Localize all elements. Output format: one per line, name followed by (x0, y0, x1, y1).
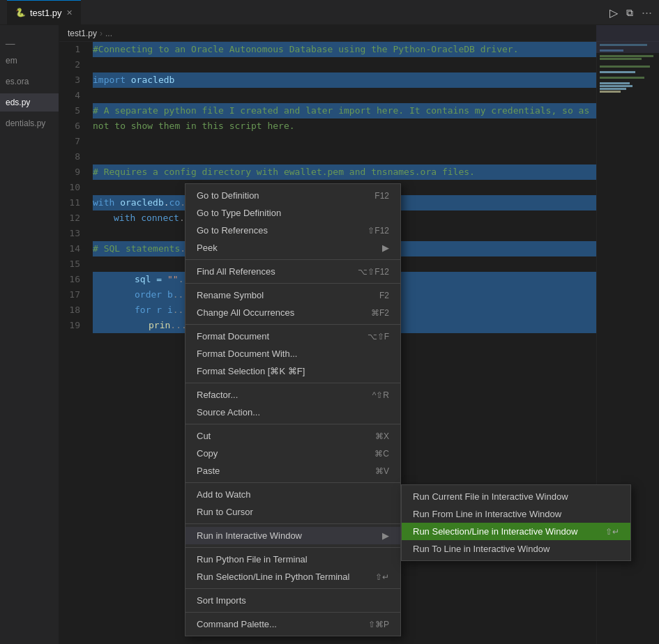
breadcrumb-separator: › (100, 29, 103, 38)
menu-sep-7 (185, 523, 400, 524)
menu-format-document-with[interactable]: Format Document With... (185, 345, 400, 362)
title-bar-actions: ▷ ⧉ ··· (609, 5, 652, 20)
submenu-run-to-line[interactable]: Run To Line in Interactive Window (402, 540, 630, 558)
menu-run-selection-python-terminal[interactable]: Run Selection/Line in Python Terminal ⇧↵ (185, 568, 400, 585)
menu-sort-imports[interactable]: Sort Imports (185, 592, 400, 609)
sidebar-item-3[interactable]: eds.py (0, 93, 59, 112)
active-tab[interactable]: 🐍 test1.py ✕ (7, 0, 81, 24)
tab-close-button[interactable]: ✕ (66, 8, 73, 17)
menu-go-to-references[interactable]: Go to References ⇧F12 (185, 222, 400, 239)
menu-add-to-watch[interactable]: Add to Watch (185, 486, 400, 503)
submenu-run-current-file[interactable]: Run Current File in Interactive Window (402, 488, 630, 505)
menu-refactor[interactable]: Refactor... ^⇧R (185, 386, 400, 404)
breadcrumb-file[interactable]: test1.py (68, 29, 97, 38)
menu-copy[interactable]: Copy ⌘C (185, 445, 400, 462)
menu-peek[interactable]: Peek ▶ (185, 239, 400, 256)
menu-sep-2 (185, 283, 400, 284)
menu-sep-4 (185, 383, 400, 383)
menu-sep-1 (185, 259, 400, 260)
code-line-1: #Connecting to an Oracle Autonomous Data… (93, 42, 596, 57)
menu-cut[interactable]: Cut ⌘X (185, 427, 400, 445)
tab-bar: 🐍 test1.py ✕ (7, 0, 81, 24)
menu-sep-9 (185, 588, 400, 589)
code-line-3: import oracledb (93, 72, 596, 88)
menu-source-action[interactable]: Source Action... (185, 404, 400, 421)
python-file-icon: 🐍 (15, 8, 26, 17)
menu-change-all-occurrences[interactable]: Change All Occurrences ⌘F2 (185, 304, 400, 321)
breadcrumb-more: ... (105, 29, 112, 38)
sidebar-item-4[interactable]: dentials.py (0, 114, 59, 132)
sidebar-item-0[interactable]: __ (0, 31, 59, 49)
menu-paste[interactable]: Paste ⌘V (185, 462, 400, 480)
menu-sep-10 (185, 612, 400, 613)
menu-sep-6 (185, 482, 400, 483)
menu-run-python-file[interactable]: Run Python File in Terminal (185, 551, 400, 568)
menu-run-in-interactive-window[interactable]: Run in Interactive Window ▶ (185, 527, 400, 544)
more-actions-button[interactable]: ··· (642, 5, 652, 20)
menu-sep-3 (185, 324, 400, 325)
menu-rename-symbol[interactable]: Rename Symbol F2 (185, 286, 400, 304)
menu-sep-8 (185, 547, 400, 548)
menu-go-to-type-definition[interactable]: Go to Type Definition (185, 204, 400, 222)
split-editor-button[interactable]: ⧉ (626, 6, 633, 18)
menu-go-to-definition[interactable]: Go to Definition F12 (185, 187, 400, 204)
code-line-9: # Requires a config directory with ewall… (93, 164, 596, 180)
run-button[interactable]: ▷ (609, 6, 618, 19)
title-bar: 🐍 test1.py ✕ ▷ ⧉ ··· (0, 0, 659, 25)
code-line-8 (93, 149, 596, 164)
menu-format-selection[interactable]: Format Selection [⌘K ⌘F] (185, 362, 400, 380)
menu-format-document[interactable]: Format Document ⌥⇧F (185, 328, 400, 345)
sidebar: __ em es.ora eds.py dentials.py (0, 25, 59, 644)
code-line-6: not to show them in this script here. (93, 118, 596, 134)
interactive-window-submenu[interactable]: Run Current File in Interactive Window R… (401, 484, 631, 561)
context-menu[interactable]: Go to Definition F12 Go to Type Definiti… (185, 183, 401, 636)
menu-command-palette[interactable]: Command Palette... ⇧⌘P (185, 615, 400, 633)
line-numbers: 1 2 3 4 5 6 7 8 9 10 11 12 13 14 15 16 1… (59, 42, 87, 644)
sidebar-item-1[interactable]: em (0, 52, 59, 70)
tab-label: test1.py (30, 8, 62, 18)
menu-find-all-references[interactable]: Find All References ⌥⇧F12 (185, 263, 400, 280)
code-line-2 (93, 57, 596, 72)
breadcrumb: test1.py › ... (59, 25, 659, 42)
menu-run-to-cursor[interactable]: Run to Cursor (185, 503, 400, 521)
code-line-4 (93, 88, 596, 103)
submenu-run-from-line[interactable]: Run From Line in Interactive Window (402, 505, 630, 523)
title-bar-left: 🐍 test1.py ✕ (7, 0, 81, 24)
code-line-7 (93, 134, 596, 149)
code-line-5: # A separate python file I created and l… (93, 103, 596, 118)
submenu-run-selection-line[interactable]: Run Selection/Line in Interactive Window… (402, 523, 630, 540)
menu-sep-5 (185, 424, 400, 424)
sidebar-item-2[interactable]: es.ora (0, 72, 59, 91)
